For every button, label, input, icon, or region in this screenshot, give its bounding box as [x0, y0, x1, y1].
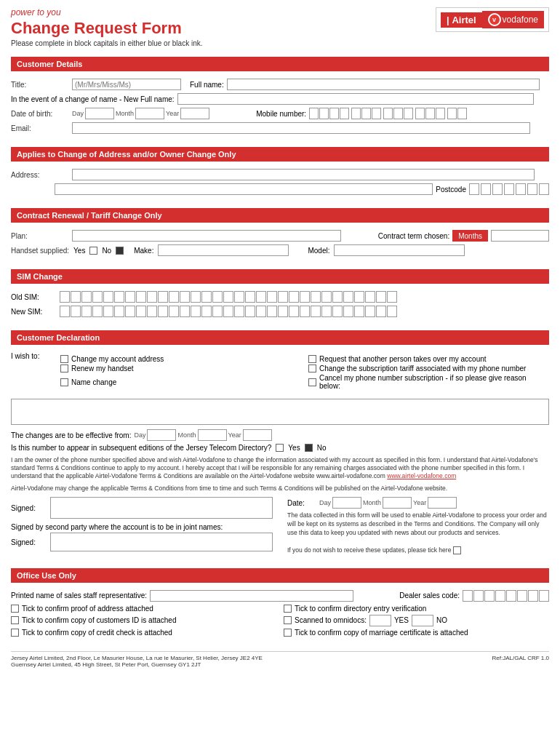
months-button[interactable]: Months — [452, 230, 488, 242]
reason-textarea[interactable] — [11, 399, 549, 425]
signed-input-2[interactable] — [50, 533, 273, 551]
mob-box[interactable] — [361, 108, 371, 119]
decl-checkbox-4[interactable] — [308, 355, 316, 363]
sim-box[interactable] — [332, 306, 343, 317]
sim-box[interactable] — [147, 291, 157, 303]
mob-box[interactable] — [393, 108, 403, 119]
sim-box[interactable] — [136, 306, 146, 317]
mob-box[interactable] — [309, 108, 319, 119]
sim-box[interactable] — [114, 306, 124, 317]
sim-box[interactable] — [300, 306, 310, 317]
sim-box[interactable] — [71, 291, 81, 303]
off-checkbox-3[interactable] — [11, 616, 19, 624]
omnidocs-checkbox[interactable] — [284, 616, 292, 624]
pc-box[interactable] — [469, 183, 479, 195]
sim-box[interactable] — [311, 306, 321, 317]
sim-box[interactable] — [71, 306, 81, 317]
dealer-box[interactable] — [473, 590, 484, 602]
sim-box[interactable] — [311, 291, 321, 303]
off-checkbox-5[interactable] — [284, 629, 292, 637]
sim-box[interactable] — [191, 291, 201, 303]
sim-box[interactable] — [147, 306, 157, 317]
mob-box[interactable] — [457, 108, 467, 119]
eff-month-input[interactable] — [198, 429, 227, 441]
sim-box[interactable] — [180, 306, 190, 317]
sim-box[interactable] — [289, 306, 299, 317]
signed-input-1[interactable] — [50, 497, 273, 519]
off-checkbox-4[interactable] — [11, 629, 19, 637]
decl-checkbox-1[interactable] — [60, 355, 68, 363]
sim-box[interactable] — [191, 306, 201, 317]
address-input-2[interactable] — [55, 183, 433, 195]
new-fullname-input[interactable] — [177, 93, 534, 105]
dir-no-checkbox[interactable] — [305, 444, 313, 452]
sim-box[interactable] — [387, 306, 397, 317]
sim-box[interactable] — [223, 291, 233, 303]
dob-day-input[interactable] — [85, 108, 114, 119]
dir-yes-checkbox[interactable] — [276, 444, 284, 452]
sim-box[interactable] — [321, 306, 332, 317]
fullname-input[interactable] — [227, 79, 540, 90]
decl-checkbox-3[interactable] — [60, 378, 68, 386]
pc-box[interactable] — [492, 183, 503, 195]
mob-box[interactable] — [329, 108, 339, 119]
eff-year-input[interactable] — [243, 429, 272, 441]
sim-box[interactable] — [103, 306, 113, 317]
no-omni-input[interactable] — [412, 615, 433, 626]
sim-box[interactable] — [289, 291, 299, 303]
printed-name-input[interactable] — [150, 590, 353, 602]
yes-omni-input[interactable] — [369, 615, 391, 626]
sim-box[interactable] — [300, 291, 310, 303]
sim-box[interactable] — [223, 306, 233, 317]
sim-box[interactable] — [365, 291, 375, 303]
sim-box[interactable] — [387, 291, 397, 303]
dob-month-input[interactable] — [135, 108, 164, 119]
sim-box[interactable] — [354, 291, 364, 303]
sim-box[interactable] — [234, 291, 244, 303]
yes-checkbox[interactable] — [89, 247, 97, 255]
sim-box[interactable] — [376, 291, 386, 303]
sim-box[interactable] — [158, 291, 168, 303]
sim-box[interactable] — [212, 291, 223, 303]
mob-box[interactable] — [425, 108, 435, 119]
email-input[interactable] — [72, 122, 530, 134]
sim-box[interactable] — [180, 291, 190, 303]
date-month-input[interactable] — [383, 497, 412, 509]
sim-box[interactable] — [125, 291, 135, 303]
make-input[interactable] — [158, 244, 289, 256]
sim-box[interactable] — [267, 306, 277, 317]
dealer-box[interactable] — [506, 590, 516, 602]
pc-box[interactable] — [527, 183, 537, 195]
sim-box[interactable] — [136, 291, 146, 303]
mob-box[interactable] — [372, 108, 381, 119]
model-input[interactable] — [334, 244, 465, 256]
sim-box[interactable] — [332, 291, 343, 303]
sim-box[interactable] — [278, 291, 288, 303]
mob-box[interactable] — [404, 108, 413, 119]
dob-year-input[interactable] — [180, 108, 209, 119]
sim-box[interactable] — [103, 291, 113, 303]
sim-box[interactable] — [169, 306, 179, 317]
dealer-box[interactable] — [539, 590, 549, 602]
sim-box[interactable] — [343, 291, 353, 303]
sim-box[interactable] — [278, 306, 288, 317]
sim-box[interactable] — [114, 291, 124, 303]
sim-box[interactable] — [343, 306, 353, 317]
contract-term-input[interactable] — [491, 230, 549, 242]
off-checkbox-2[interactable] — [284, 605, 292, 613]
tick-here-checkbox[interactable] — [453, 546, 461, 554]
off-checkbox-1[interactable] — [11, 605, 19, 613]
sim-box[interactable] — [376, 306, 386, 317]
mob-box[interactable] — [340, 108, 349, 119]
sim-box[interactable] — [125, 306, 135, 317]
plan-input[interactable] — [72, 230, 341, 242]
sim-box[interactable] — [245, 306, 255, 317]
sim-box[interactable] — [321, 291, 332, 303]
sim-box[interactable] — [92, 306, 103, 317]
dealer-box[interactable] — [517, 590, 527, 602]
sim-box[interactable] — [365, 306, 375, 317]
mob-box[interactable] — [415, 108, 425, 119]
decl-checkbox-5[interactable] — [308, 364, 316, 372]
eff-day-input[interactable] — [147, 429, 176, 441]
decl-checkbox-6[interactable] — [308, 378, 316, 386]
